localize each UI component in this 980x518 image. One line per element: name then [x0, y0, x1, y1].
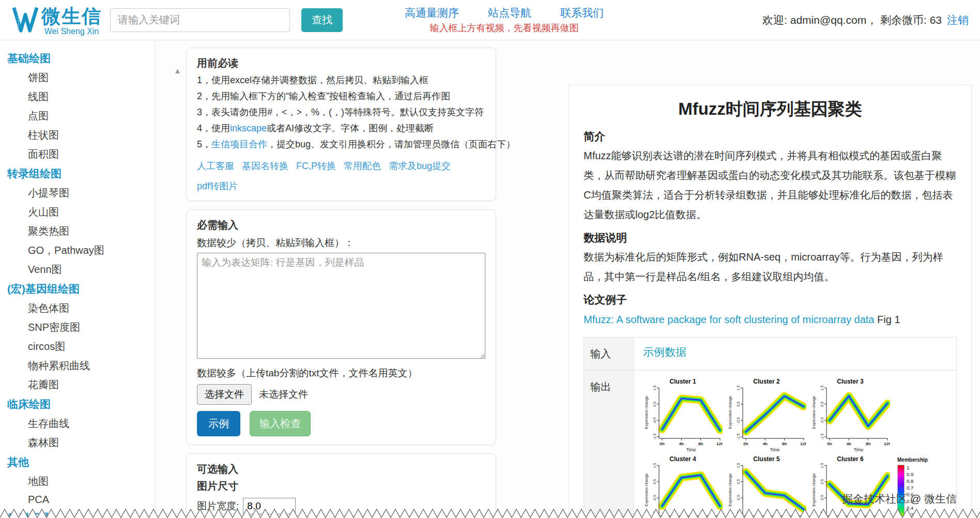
- choose-file-button[interactable]: 选择文件: [197, 384, 252, 405]
- svg-text:0h: 0h: [827, 441, 832, 446]
- colorbar-tick-label: 0.8: [907, 478, 913, 484]
- logo-title: 微生信: [41, 7, 102, 26]
- cluster-panel-title: Cluster 1: [643, 378, 723, 385]
- content: 基础绘图饼图线图点图柱状图面积图转录组绘图小提琴图火山图聚类热图GO，Pathw…: [0, 40, 980, 518]
- svg-text:12h: 12h: [884, 441, 890, 446]
- svg-text:4h: 4h: [763, 441, 768, 446]
- nav-link[interactable]: 站点导航: [488, 6, 531, 20]
- logo[interactable]: 微生信 Wei Sheng Xin: [11, 5, 102, 36]
- sidebar-item[interactable]: 线图: [7, 90, 155, 104]
- sidebar-section-title[interactable]: 基础绘图: [7, 51, 155, 66]
- video-notice: 输入框上方有视频，先看视频再做图: [430, 22, 579, 34]
- sidebar-item[interactable]: 面积图: [7, 147, 155, 161]
- search-input[interactable]: [110, 8, 290, 32]
- svg-text:1.5: 1.5: [737, 385, 740, 390]
- header: 微生信 Wei Sheng Xin 查找 高通量测序站点导航联系我们 输入框上方…: [0, 0, 980, 40]
- cluster-panel: Cluster 11.50.5-0.5-1.50h4h8h12hTimeExpr…: [643, 378, 723, 454]
- input-row-label: 输入: [584, 338, 634, 371]
- svg-text:Expression change: Expression change: [811, 396, 816, 429]
- svg-text:Expression change: Expression change: [644, 474, 649, 507]
- quick-link[interactable]: 需求及bug提交: [389, 160, 451, 172]
- colorbar-tick-label: 0.7: [907, 485, 913, 491]
- doc-panel: Mfuzz时间序列基因聚类 简介 Mfuzz能够识别表达谱的潜在时间序列模式，并…: [569, 85, 972, 518]
- sidebar-item[interactable]: 花瓣图: [7, 378, 155, 392]
- sidebar-section-title[interactable]: 其他: [7, 455, 155, 469]
- colorbar-tick-label: 1: [907, 465, 913, 470]
- data-desc-paragraph: 数据为标准化后的矩阵形式，例如RNA-seq，microarray等。行为基因，…: [584, 247, 957, 286]
- sidebar-section-title[interactable]: 转录组绘图: [7, 166, 155, 181]
- svg-text:0.5: 0.5: [820, 479, 824, 484]
- nav-link[interactable]: 高通量测序: [405, 6, 459, 20]
- required-input-card: 必需输入 数据较少（拷贝、粘贴到输入框）： 数据较多（上传tab分割的txt文件…: [186, 209, 496, 445]
- readme-line-2: 2，先用输入框下方的“输入检查”按钮检查输入，通过后再作图: [197, 90, 485, 102]
- sidebar-section-title[interactable]: (宏)基因组绘图: [7, 282, 155, 296]
- search-button[interactable]: 查找: [301, 8, 343, 32]
- cluster-panel-title: Cluster 4: [643, 455, 723, 463]
- paper-example-heading: 论文例子: [584, 293, 957, 307]
- svg-text:-0.5: -0.5: [653, 417, 656, 423]
- sidebar-item[interactable]: circos图: [7, 340, 155, 354]
- quick-link[interactable]: FC,P转换: [296, 160, 336, 172]
- input-check-button[interactable]: 输入检查: [250, 411, 311, 436]
- svg-text:-0.5: -0.5: [820, 417, 824, 423]
- quick-links: 人工客服基因名转换FC,P转换常用配色需求及bug提交pdf转图片: [197, 160, 485, 192]
- sidebar-item[interactable]: Venn图: [7, 263, 155, 277]
- sidebar-item[interactable]: GO，Pathway图: [7, 243, 155, 257]
- sidebar-item[interactable]: 生存曲线: [7, 417, 155, 431]
- svg-text:-0.5: -0.5: [737, 417, 740, 423]
- cluster-panel-title: Cluster 5: [727, 455, 806, 463]
- svg-text:1.5: 1.5: [653, 385, 656, 390]
- sidebar-item[interactable]: 饼图: [7, 71, 155, 85]
- sidebar-item[interactable]: 聚类热图: [7, 224, 155, 238]
- sidebar-item[interactable]: 物种累积曲线: [7, 359, 155, 373]
- sidebar: 基础绘图饼图线图点图柱状图面积图转录组绘图小提琴图火山图聚类热图GO，Pathw…: [0, 40, 155, 518]
- community-watermark: 掘金技术社区 @ 微生信: [842, 492, 957, 506]
- input-column: 用前必读 1，使用excel存储并调整数据，然后拷贝、粘贴到输入框 2，先用输入…: [186, 48, 496, 518]
- page-title: Mfuzz时间序列基因聚类: [584, 98, 957, 121]
- example-button[interactable]: 示例: [197, 411, 240, 436]
- quick-link[interactable]: 常用配色: [344, 160, 381, 172]
- svg-text:Expression change: Expression change: [644, 396, 649, 429]
- svg-text:1.5: 1.5: [820, 385, 824, 390]
- svg-text:8h: 8h: [782, 441, 787, 446]
- cluster-panel-title: Cluster 6: [810, 455, 890, 463]
- sidebar-item[interactable]: SNP密度图: [7, 321, 155, 334]
- svg-text:-1.5: -1.5: [820, 434, 824, 440]
- logo-subtitle: Wei Sheng Xin: [41, 27, 102, 36]
- svg-text:0.5: 0.5: [737, 479, 740, 484]
- welcome-area: 欢迎: admin@qq.com， 剩余微币: 63 注销: [762, 13, 969, 27]
- sidebar-item[interactable]: 柱状图: [7, 128, 155, 142]
- nav-link[interactable]: 联系我们: [560, 6, 604, 20]
- svg-text:0.5: 0.5: [737, 402, 740, 407]
- svg-text:0h: 0h: [660, 441, 664, 446]
- sidebar-item[interactable]: 点图: [7, 109, 155, 123]
- svg-text:-0.5: -0.5: [653, 495, 656, 501]
- svg-text:Expression change: Expression change: [728, 396, 732, 429]
- logout-link[interactable]: 注销: [947, 13, 969, 27]
- data-input-textarea[interactable]: [197, 253, 485, 359]
- paper-link[interactable]: Mfuzz: A software package for soft clust…: [584, 314, 874, 325]
- logo-dna-w-icon: [11, 5, 39, 36]
- readme-line-1: 1，使用excel存储并调整数据，然后拷贝、粘贴到输入框: [197, 74, 485, 86]
- output-row-label: 输出: [584, 371, 634, 518]
- sidebar-section-title[interactable]: 临床绘图: [7, 397, 155, 412]
- sidebar-item[interactable]: 染色体图: [7, 301, 155, 315]
- torn-edge: [0, 507, 980, 518]
- cooperation-link[interactable]: 生信项目合作: [211, 139, 267, 149]
- sidebar-item[interactable]: 森林图: [7, 436, 155, 450]
- scroll-up-icon[interactable]: ▲: [174, 66, 181, 75]
- quick-link[interactable]: pdf转图片: [197, 180, 238, 192]
- sidebar-item[interactable]: 小提琴图: [7, 186, 155, 200]
- data-desc-heading: 数据说明: [584, 231, 957, 245]
- inkscape-link[interactable]: inkscape: [230, 123, 267, 133]
- colorbar-title: Membership: [897, 457, 928, 463]
- sidebar-item[interactable]: 火山图: [7, 205, 155, 219]
- sidebar-item[interactable]: 地图: [7, 475, 155, 489]
- sidebar-item[interactable]: PCA: [7, 494, 155, 506]
- quick-link[interactable]: 基因名转换: [242, 160, 288, 172]
- svg-text:Time: Time: [770, 447, 780, 452]
- quick-link[interactable]: 人工客服: [197, 160, 234, 172]
- weishengxin-page: 微生信 Wei Sheng Xin 查找 高通量测序站点导航联系我们 输入框上方…: [0, 0, 980, 518]
- cluster-panel: Cluster 21.50.5-0.5-1.50h4h8h12hTimeExpr…: [727, 378, 806, 454]
- sample-data-link[interactable]: 示例数据: [643, 346, 686, 358]
